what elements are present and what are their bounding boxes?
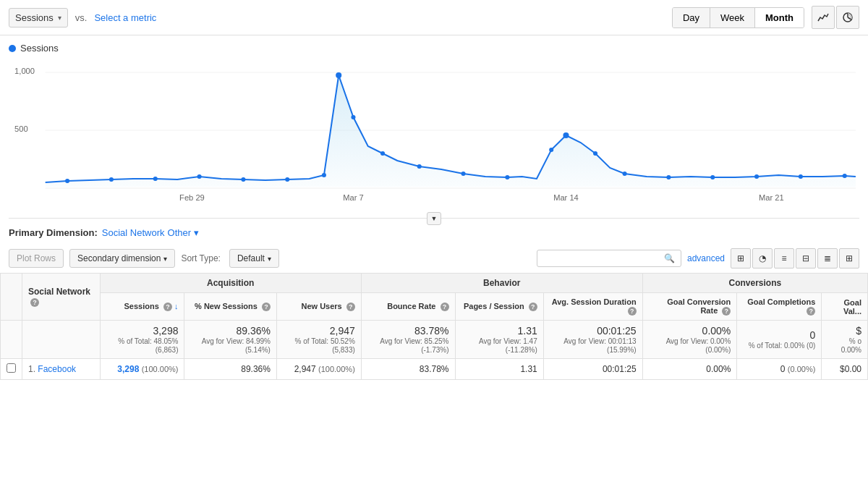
pct-new-sessions-help-icon[interactable]: ? (262, 303, 271, 311)
legend-label: Sessions (20, 43, 59, 54)
bounce-rate-help-icon[interactable]: ? (441, 303, 449, 311)
header-pages-per-session: Pages / Session ? (455, 293, 543, 321)
comparison-view-button[interactable]: ≡ (774, 248, 794, 269)
chart-collapse-button[interactable]: ▼ (427, 212, 441, 225)
header-acquisition-group: Acquisition (100, 274, 361, 293)
header-conversions-group: Conversions (642, 274, 867, 293)
row-avg-session-duration: 00:01:25 (543, 359, 642, 380)
secondary-dimension-button[interactable]: Secondary dimension ▾ (69, 249, 175, 268)
totals-goal-value: $ % o 0.00% (822, 321, 868, 359)
totals-avg-session-duration: 00:01:25 Avg for View: 00:01:13 (15.99%) (543, 321, 642, 359)
svg-text:500: 500 (14, 124, 28, 133)
metric-dropdown[interactable]: Sessions ▾ (9, 8, 68, 28)
svg-point-23 (593, 151, 597, 156)
table-view-button[interactable]: ⊞ (839, 248, 859, 269)
svg-point-15 (336, 72, 341, 78)
svg-point-9 (109, 177, 114, 182)
totals-label-cell (22, 321, 101, 359)
header-avg-session-duration: Avg. Session Duration ? (543, 293, 642, 321)
line-chart-icon[interactable] (812, 6, 835, 29)
month-button[interactable]: Month (755, 8, 804, 28)
secondary-dim-arrow: ▾ (163, 255, 167, 263)
social-network-help-icon[interactable]: ? (30, 298, 39, 307)
chart-svg: 1,000 500 (9, 59, 859, 204)
svg-text:Mar 7: Mar 7 (343, 193, 363, 202)
primary-dim-label: Primary Dimension: (9, 227, 98, 238)
lifecycle-view-button[interactable]: ≣ (817, 248, 838, 269)
totals-row: 3,298 % of Total: 48.05% (6,863) 89.36% … (1, 321, 868, 359)
totals-pct-new-sessions: 89.36% Avg for View: 84.99% (5.14%) (184, 321, 276, 359)
other-link[interactable]: Other ▾ (168, 227, 199, 238)
top-toolbar: Sessions ▾ vs. Select a metric Day Week … (0, 0, 868, 35)
svg-point-21 (549, 148, 553, 152)
row-goal-value: $0.00 (822, 359, 868, 380)
svg-point-17 (380, 151, 385, 156)
svg-point-10 (153, 177, 158, 181)
grid-view-button[interactable]: ⊞ (731, 248, 751, 269)
svg-point-11 (197, 174, 202, 179)
row-bounce-rate: 83.78% (361, 359, 455, 380)
svg-text:Mar 14: Mar 14 (553, 193, 579, 202)
avg-session-duration-help-icon[interactable]: ? (628, 307, 637, 316)
sessions-help-icon[interactable]: ? (163, 303, 172, 311)
time-period-buttons: Day Week Month (672, 7, 804, 28)
legend-dot (9, 45, 16, 52)
totals-pages-per-session: 1.31 Avg for View: 1.47 (-11.28%) (455, 321, 543, 359)
row-goal-conversion-rate: 0.00% (642, 359, 737, 380)
pivot-view-button[interactable]: ⊟ (796, 248, 816, 269)
primary-dim-network[interactable]: Social Network (102, 227, 165, 238)
pie-view-button[interactable]: ◔ (752, 248, 773, 269)
search-input[interactable] (543, 253, 661, 263)
week-button[interactable]: Week (710, 8, 755, 28)
row-sessions: 3,298 (100.00%) (100, 359, 184, 380)
goal-completions-help-icon[interactable]: ? (807, 307, 815, 316)
svg-text:1,000: 1,000 (14, 67, 35, 75)
sort-arrow[interactable]: ↓ (174, 302, 179, 310)
row-new-users: 2,947 (100.00%) (276, 359, 361, 380)
header-goal-completions: Goal Completions ? (737, 293, 822, 321)
totals-bounce-rate: 83.78% Avg for View: 85.25% (-1.73%) (361, 321, 455, 359)
svg-point-12 (241, 177, 245, 182)
row-pages-per-session: 1.31 (455, 359, 543, 380)
header-goal-value: Goal Val... (822, 293, 868, 321)
table-view-icons: ⊞ ◔ ≡ ⊟ ≣ ⊞ (731, 248, 859, 269)
svg-point-13 (285, 177, 289, 182)
totals-checkbox-cell (1, 321, 22, 359)
secondary-dim-label: Secondary dimension (77, 253, 161, 263)
header-pct-new-sessions: % New Sessions ? (184, 293, 276, 321)
pie-chart-icon[interactable] (836, 6, 859, 29)
totals-new-users: 2,947 % of Total: 50.52% (5,833) (276, 321, 361, 359)
totals-sessions: 3,298 % of Total: 48.05% (6,863) (100, 321, 184, 359)
row-checkbox[interactable] (7, 363, 16, 373)
row-pct-new-sessions: 89.36% (184, 359, 276, 380)
search-box: 🔍 (537, 250, 681, 267)
chart-legend: Sessions (9, 43, 859, 54)
svg-point-18 (417, 164, 422, 169)
goal-conversion-rate-help-icon[interactable]: ? (722, 307, 731, 316)
svg-point-24 (623, 172, 627, 176)
header-bounce-rate: Bounce Rate ? (361, 293, 455, 321)
svg-text:Feb 29: Feb 29 (179, 193, 205, 202)
metric-dropdown-label: Sessions (15, 12, 54, 23)
svg-point-26 (710, 175, 715, 179)
plot-rows-button[interactable]: Plot Rows (9, 249, 64, 268)
search-icon[interactable]: 🔍 (664, 253, 675, 263)
chart-container: 1,000 500 (9, 59, 859, 219)
new-users-help-icon[interactable]: ? (346, 303, 355, 311)
svg-point-19 (461, 172, 466, 176)
pages-per-session-help-icon[interactable]: ? (529, 303, 537, 311)
controls-bar: Plot Rows Secondary dimension ▾ Sort Typ… (0, 244, 868, 273)
metric-dropdown-arrow: ▾ (58, 14, 61, 22)
select-metric-link[interactable]: Select a metric (94, 12, 156, 23)
sort-type-label: Sort Type: (181, 253, 220, 263)
day-button[interactable]: Day (673, 8, 710, 28)
advanced-link[interactable]: advanced (687, 253, 725, 263)
svg-point-27 (754, 174, 759, 179)
header-behavior-group: Behavior (361, 274, 642, 293)
svg-point-14 (322, 173, 326, 177)
chart-view-icons (810, 6, 859, 29)
svg-point-29 (843, 174, 847, 178)
row-checkbox-cell (1, 359, 22, 380)
chart-area: Sessions 1,000 500 (0, 35, 868, 219)
sort-type-button[interactable]: Default ▾ (229, 249, 279, 268)
